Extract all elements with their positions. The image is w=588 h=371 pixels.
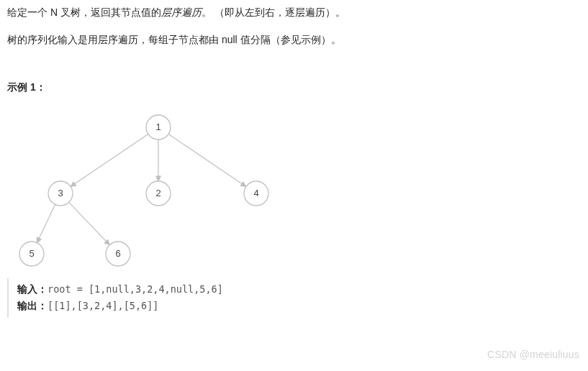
example-heading: 示例 1： <box>7 79 581 96</box>
tree-node-label: 3 <box>58 188 63 198</box>
paragraph-2: 树的序列化输入是用层序遍历，每组子节点都由 null 值分隔（参见示例）。 <box>7 32 581 49</box>
tree-edge <box>37 205 55 243</box>
output-value: [[1],[3,2,4],[5,6]] <box>48 300 158 311</box>
tree-diagram: 132456 <box>14 109 302 267</box>
watermark: CSDN @meeiuliuus <box>487 347 579 364</box>
tree-node-label: 2 <box>155 188 160 198</box>
input-value: root = [1,null,3,2,4,null,5,6] <box>48 283 223 295</box>
tree-edge <box>71 134 148 187</box>
input-label: 输入： <box>17 284 48 295</box>
input-line: 输入：root = [1,null,3,2,4,null,5,6] <box>17 281 581 298</box>
tree-edge <box>168 134 246 187</box>
paragraph-1: 给定一个 N 叉树，返回其节点值的层序遍历。 （即从左到右，逐层遍历）。 <box>7 4 581 22</box>
p1-italic-term: 层序遍历 <box>161 6 202 18</box>
problem-container: 给定一个 N 叉树，返回其节点值的层序遍历。 （即从左到右，逐层遍历）。 树的序… <box>0 0 588 318</box>
output-line: 输出：[[1],[3,2,4],[5,6]] <box>17 298 581 314</box>
p1-after: 。 （即从左到右，逐层遍历）。 <box>202 6 345 18</box>
tree-node-label: 1 <box>155 122 160 132</box>
tree-edge <box>69 203 110 245</box>
tree-node-label: 5 <box>29 248 34 259</box>
tree-node-label: 4 <box>253 188 258 198</box>
output-label: 输出： <box>17 301 48 311</box>
example-io-block: 输入：root = [1,null,3,2,4,null,5,6] 输出：[[1… <box>7 278 581 318</box>
tree-node-label: 6 <box>115 248 120 259</box>
p1-before: 给定一个 N 叉树，返回其节点值的 <box>7 6 161 18</box>
